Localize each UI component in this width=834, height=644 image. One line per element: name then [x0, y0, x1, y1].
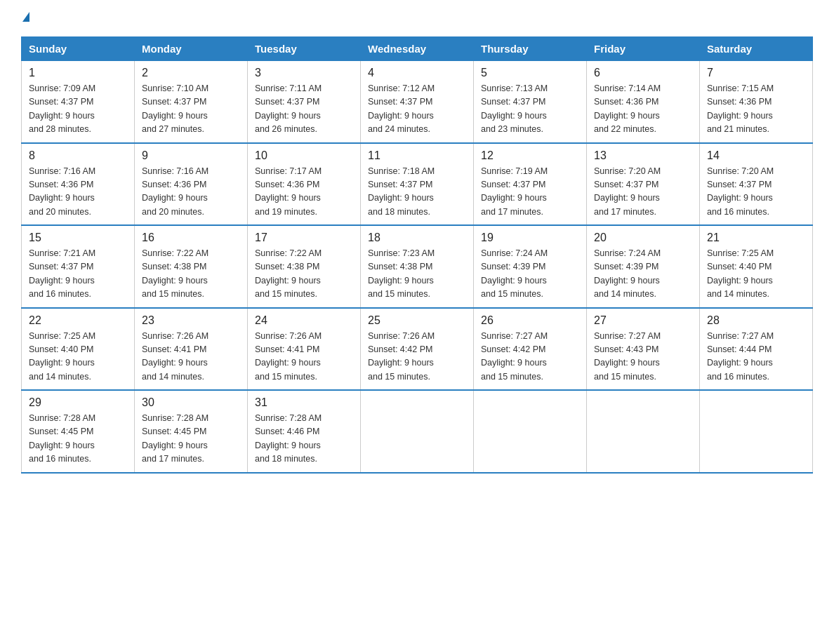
day-info: Sunrise: 7:17 AMSunset: 4:36 PMDaylight:…	[255, 166, 322, 217]
day-number: 23	[142, 314, 240, 327]
day-number: 4	[368, 67, 466, 79]
calendar-table: Sunday Monday Tuesday Wednesday Thursday…	[21, 36, 813, 474]
table-row	[587, 390, 700, 473]
day-number: 30	[142, 396, 240, 409]
day-info: Sunrise: 7:25 AMSunset: 4:40 PMDaylight:…	[707, 248, 774, 299]
day-number: 13	[594, 149, 692, 162]
day-number: 14	[707, 149, 805, 162]
table-row: 21 Sunrise: 7:25 AMSunset: 4:40 PMDaylig…	[700, 225, 813, 308]
day-info: Sunrise: 7:09 AMSunset: 4:37 PMDaylight:…	[29, 83, 95, 134]
day-number: 25	[368, 314, 466, 327]
day-number: 28	[707, 314, 805, 327]
table-row: 11 Sunrise: 7:18 AMSunset: 4:37 PMDaylig…	[361, 143, 474, 226]
page-header	[21, 14, 813, 24]
day-info: Sunrise: 7:18 AMSunset: 4:37 PMDaylight:…	[368, 166, 435, 217]
day-info: Sunrise: 7:26 AMSunset: 4:41 PMDaylight:…	[142, 331, 208, 382]
table-row	[361, 390, 474, 473]
table-row: 14 Sunrise: 7:20 AMSunset: 4:37 PMDaylig…	[700, 143, 813, 226]
day-info: Sunrise: 7:26 AMSunset: 4:41 PMDaylight:…	[255, 331, 322, 382]
day-info: Sunrise: 7:12 AMSunset: 4:37 PMDaylight:…	[368, 83, 435, 134]
day-info: Sunrise: 7:10 AMSunset: 4:37 PMDaylight:…	[142, 83, 208, 134]
table-row: 19 Sunrise: 7:24 AMSunset: 4:39 PMDaylig…	[474, 225, 587, 308]
table-row: 17 Sunrise: 7:22 AMSunset: 4:38 PMDaylig…	[248, 225, 361, 308]
day-info: Sunrise: 7:28 AMSunset: 4:45 PMDaylight:…	[29, 413, 95, 464]
day-number: 16	[142, 232, 240, 244]
logo	[21, 14, 29, 24]
day-number: 7	[707, 67, 805, 79]
day-info: Sunrise: 7:27 AMSunset: 4:43 PMDaylight:…	[594, 331, 661, 382]
day-number: 9	[142, 149, 240, 162]
day-number: 19	[481, 232, 579, 244]
day-number: 29	[29, 396, 127, 409]
table-row: 15 Sunrise: 7:21 AMSunset: 4:37 PMDaylig…	[22, 225, 135, 308]
col-friday: Friday	[587, 37, 700, 61]
day-number: 21	[707, 232, 805, 244]
calendar-week-row: 22 Sunrise: 7:25 AMSunset: 4:40 PMDaylig…	[22, 308, 813, 391]
table-row: 4 Sunrise: 7:12 AMSunset: 4:37 PMDayligh…	[361, 61, 474, 143]
day-info: Sunrise: 7:27 AMSunset: 4:42 PMDaylight:…	[481, 331, 548, 382]
table-row: 26 Sunrise: 7:27 AMSunset: 4:42 PMDaylig…	[474, 308, 587, 391]
table-row: 27 Sunrise: 7:27 AMSunset: 4:43 PMDaylig…	[587, 308, 700, 391]
day-info: Sunrise: 7:20 AMSunset: 4:37 PMDaylight:…	[707, 166, 774, 217]
day-info: Sunrise: 7:27 AMSunset: 4:44 PMDaylight:…	[707, 331, 774, 382]
day-number: 27	[594, 314, 692, 327]
table-row: 18 Sunrise: 7:23 AMSunset: 4:38 PMDaylig…	[361, 225, 474, 308]
table-row: 31 Sunrise: 7:28 AMSunset: 4:46 PMDaylig…	[248, 390, 361, 473]
day-info: Sunrise: 7:16 AMSunset: 4:36 PMDaylight:…	[29, 166, 95, 217]
day-number: 24	[255, 314, 353, 327]
logo-triangle-icon	[22, 12, 29, 22]
table-row: 30 Sunrise: 7:28 AMSunset: 4:45 PMDaylig…	[135, 390, 248, 473]
calendar-header-row: Sunday Monday Tuesday Wednesday Thursday…	[22, 37, 813, 61]
day-info: Sunrise: 7:24 AMSunset: 4:39 PMDaylight:…	[594, 248, 661, 299]
table-row: 6 Sunrise: 7:14 AMSunset: 4:36 PMDayligh…	[587, 61, 700, 143]
calendar-week-row: 8 Sunrise: 7:16 AMSunset: 4:36 PMDayligh…	[22, 143, 813, 226]
day-info: Sunrise: 7:15 AMSunset: 4:36 PMDaylight:…	[707, 83, 774, 134]
table-row: 20 Sunrise: 7:24 AMSunset: 4:39 PMDaylig…	[587, 225, 700, 308]
day-number: 31	[255, 396, 353, 409]
table-row: 9 Sunrise: 7:16 AMSunset: 4:36 PMDayligh…	[135, 143, 248, 226]
col-thursday: Thursday	[474, 37, 587, 61]
calendar-week-row: 1 Sunrise: 7:09 AMSunset: 4:37 PMDayligh…	[22, 61, 813, 143]
day-info: Sunrise: 7:22 AMSunset: 4:38 PMDaylight:…	[255, 248, 322, 299]
day-number: 20	[594, 232, 692, 244]
day-number: 6	[594, 67, 692, 79]
table-row: 25 Sunrise: 7:26 AMSunset: 4:42 PMDaylig…	[361, 308, 474, 391]
table-row: 24 Sunrise: 7:26 AMSunset: 4:41 PMDaylig…	[248, 308, 361, 391]
day-info: Sunrise: 7:11 AMSunset: 4:37 PMDaylight:…	[255, 83, 322, 134]
day-number: 15	[29, 232, 127, 244]
day-number: 3	[255, 67, 353, 79]
table-row: 23 Sunrise: 7:26 AMSunset: 4:41 PMDaylig…	[135, 308, 248, 391]
calendar-week-row: 29 Sunrise: 7:28 AMSunset: 4:45 PMDaylig…	[22, 390, 813, 473]
table-row: 3 Sunrise: 7:11 AMSunset: 4:37 PMDayligh…	[248, 61, 361, 143]
table-row: 16 Sunrise: 7:22 AMSunset: 4:38 PMDaylig…	[135, 225, 248, 308]
day-number: 8	[29, 149, 127, 162]
table-row: 2 Sunrise: 7:10 AMSunset: 4:37 PMDayligh…	[135, 61, 248, 143]
table-row: 29 Sunrise: 7:28 AMSunset: 4:45 PMDaylig…	[22, 390, 135, 473]
day-number: 1	[29, 67, 127, 79]
day-info: Sunrise: 7:26 AMSunset: 4:42 PMDaylight:…	[368, 331, 435, 382]
day-number: 12	[481, 149, 579, 162]
day-info: Sunrise: 7:16 AMSunset: 4:36 PMDaylight:…	[142, 166, 208, 217]
col-wednesday: Wednesday	[361, 37, 474, 61]
col-monday: Monday	[135, 37, 248, 61]
day-info: Sunrise: 7:13 AMSunset: 4:37 PMDaylight:…	[481, 83, 548, 134]
col-sunday: Sunday	[22, 37, 135, 61]
table-row: 1 Sunrise: 7:09 AMSunset: 4:37 PMDayligh…	[22, 61, 135, 143]
day-number: 2	[142, 67, 240, 79]
table-row: 8 Sunrise: 7:16 AMSunset: 4:36 PMDayligh…	[22, 143, 135, 226]
day-number: 18	[368, 232, 466, 244]
day-info: Sunrise: 7:23 AMSunset: 4:38 PMDaylight:…	[368, 248, 435, 299]
table-row: 7 Sunrise: 7:15 AMSunset: 4:36 PMDayligh…	[700, 61, 813, 143]
day-info: Sunrise: 7:28 AMSunset: 4:46 PMDaylight:…	[255, 413, 322, 464]
day-number: 11	[368, 149, 466, 162]
day-info: Sunrise: 7:28 AMSunset: 4:45 PMDaylight:…	[142, 413, 208, 464]
day-number: 26	[481, 314, 579, 327]
day-info: Sunrise: 7:22 AMSunset: 4:38 PMDaylight:…	[142, 248, 208, 299]
table-row: 28 Sunrise: 7:27 AMSunset: 4:44 PMDaylig…	[700, 308, 813, 391]
day-number: 17	[255, 232, 353, 244]
day-number: 22	[29, 314, 127, 327]
col-tuesday: Tuesday	[248, 37, 361, 61]
table-row	[700, 390, 813, 473]
table-row: 13 Sunrise: 7:20 AMSunset: 4:37 PMDaylig…	[587, 143, 700, 226]
day-info: Sunrise: 7:21 AMSunset: 4:37 PMDaylight:…	[29, 248, 95, 299]
